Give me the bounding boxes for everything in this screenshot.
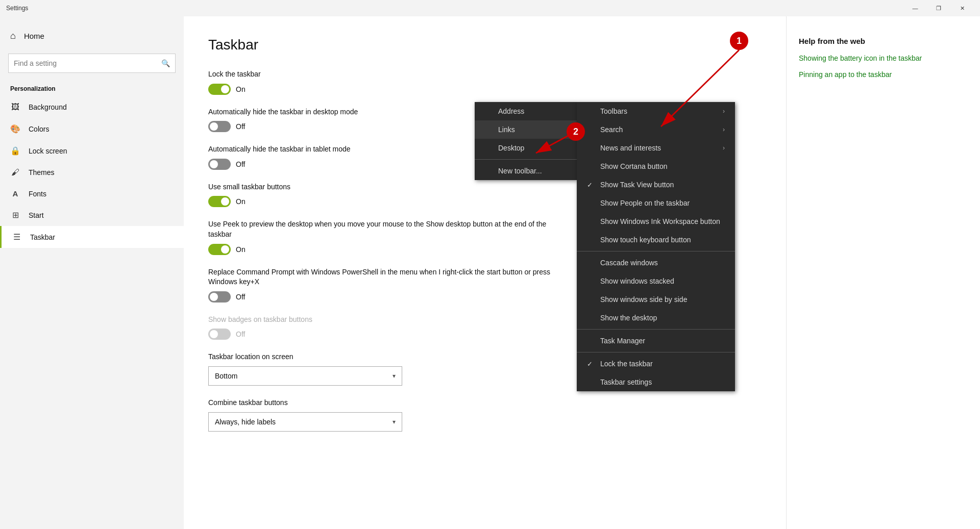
annotation-1: 1 [730, 32, 748, 50]
ctx-item-show-people[interactable]: Show People on the taskbar [577, 194, 735, 212]
ctx-item-taskbar-settings[interactable]: ⚙ Taskbar settings [577, 373, 735, 391]
ctx-separator [577, 329, 735, 330]
ctx-item-news-interests[interactable]: News and interests › [577, 139, 735, 157]
ctx-label: Toolbars [600, 107, 627, 115]
ctx-item-links[interactable]: Links [475, 120, 577, 139]
arrow-icon: › [723, 126, 725, 133]
ctx-item-show-task-view[interactable]: ✓ Show Task View button [577, 175, 735, 194]
ctx-item-address[interactable]: Address [475, 102, 577, 120]
ctx-item-cascade-windows[interactable]: Cascade windows [577, 254, 735, 272]
context-menu-main: Toolbars › Search › News and interests ›… [577, 102, 735, 391]
ctx-label: Show People on the taskbar [600, 199, 690, 207]
ctx-item-show-ink[interactable]: Show Windows Ink Workspace button [577, 212, 735, 231]
ctx-label: Address [498, 107, 524, 115]
annotation-2: 2 [567, 122, 585, 141]
ctx-label: News and interests [600, 144, 661, 152]
ctx-item-show-touch-keyboard[interactable]: Show touch keyboard button [577, 231, 735, 249]
ctx-item-show-cortana[interactable]: Show Cortana button [577, 157, 735, 175]
ctx-item-windows-side-by-side[interactable]: Show windows side by side [577, 290, 735, 309]
arrow-icon: › [723, 144, 725, 152]
annotation-arrows [0, 0, 980, 529]
ctx-separator [475, 159, 577, 160]
ctx-label: Lock the taskbar [600, 360, 653, 368]
ctx-label: Show touch keyboard button [600, 236, 691, 244]
ctx-label: Show windows stacked [600, 277, 674, 285]
arrow-icon: › [723, 108, 725, 115]
ctx-item-toolbars[interactable]: Toolbars › [577, 102, 735, 120]
ctx-label: Show windows side by side [600, 295, 687, 304]
ctx-item-show-desktop[interactable]: Show the desktop [577, 309, 735, 327]
context-menu-toolbars-sub: Address Links Desktop New toolbar... [475, 102, 577, 180]
ctx-label: Task Manager [600, 337, 645, 345]
ctx-item-desktop[interactable]: Desktop [475, 139, 577, 157]
ctx-label: Show Cortana button [600, 162, 668, 170]
ctx-label: Desktop [498, 144, 524, 152]
ctx-label: Taskbar settings [600, 378, 652, 386]
ctx-label: Cascade windows [600, 259, 658, 267]
annotation-1-label: 1 [737, 36, 742, 46]
ctx-item-task-manager[interactable]: Task Manager [577, 332, 735, 350]
ctx-item-lock-taskbar[interactable]: ✓ Lock the taskbar [577, 355, 735, 373]
ctx-item-search[interactable]: Search › [577, 120, 735, 139]
ctx-label: Show Task View button [600, 181, 674, 189]
ctx-label: Links [498, 125, 515, 134]
ctx-label: New toolbar... [498, 167, 542, 175]
ctx-label: Show Windows Ink Workspace button [600, 217, 720, 225]
annotation-2-label: 2 [573, 127, 578, 137]
ctx-label: Show the desktop [600, 314, 657, 322]
ctx-separator [577, 352, 735, 352]
context-menu-overlay: Address Links Desktop New toolbar... Too… [0, 0, 980, 529]
ctx-item-new-toolbar[interactable]: New toolbar... [475, 162, 577, 180]
ctx-item-windows-stacked[interactable]: Show windows stacked [577, 272, 735, 290]
ctx-label: Search [600, 125, 623, 134]
ctx-separator [577, 251, 735, 251]
